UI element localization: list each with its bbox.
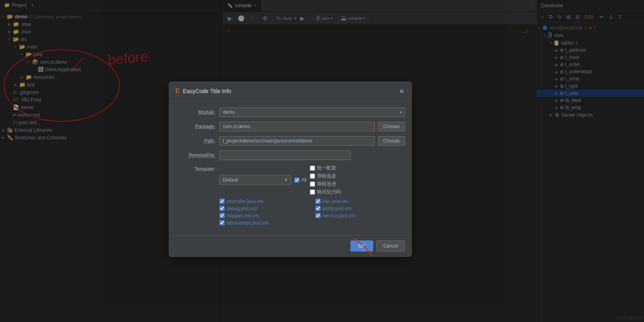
- module-control: demo ▾: [219, 107, 405, 117]
- all-checkbox-wrapper: All: [294, 177, 307, 183]
- modal-footer: OK Cancel: [169, 235, 411, 256]
- easycode-modal: E EasyCode Title Info ✕ Module: demo ▾: [169, 82, 412, 257]
- dialog-no-row: 弹框选否: [310, 181, 341, 187]
- serviceimpl-label: serviceImpl.java.vm: [227, 220, 268, 226]
- dialog-no-checkbox[interactable]: [310, 181, 315, 187]
- path-choose-btn[interactable]: Choose: [378, 136, 405, 146]
- debug-label: debug.json.vm: [227, 206, 258, 211]
- template-controls: Default All 统一配置: [219, 165, 405, 195]
- format-row: 格式化代码: [310, 189, 341, 195]
- template-row: Template: Default All: [176, 165, 405, 226]
- extra-checkboxes: 统一配置 弹框选是 弹框选否: [310, 165, 341, 195]
- template-file-controller: controller.java.vm: [219, 199, 309, 204]
- mapper-checkbox[interactable]: [219, 213, 225, 218]
- tongyi-row: 统一配置: [310, 165, 341, 172]
- controller-label: controller.java.vm: [227, 199, 264, 204]
- entity-checkbox[interactable]: [315, 206, 321, 211]
- path-control: Choose: [219, 136, 405, 146]
- package-label-text: Package:: [195, 124, 215, 129]
- module-select[interactable]: demo: [219, 107, 405, 117]
- template-files: controller.java.vm dao.java.vm debug.jso…: [219, 199, 405, 226]
- modal-body: Module: demo ▾ Package:: [169, 101, 411, 235]
- removepre-control: [219, 150, 405, 160]
- service-checkbox[interactable]: [315, 213, 321, 218]
- removepre-label-text: RemovePre:: [189, 152, 215, 158]
- path-label: Path:: [176, 138, 215, 144]
- tongyi-checkbox[interactable]: [310, 166, 315, 171]
- tongyi-label: 统一配置: [317, 165, 336, 172]
- template-default-wrapper: Default: [219, 175, 291, 185]
- modal-backdrop: E EasyCode Title Info ✕ Module: demo ▾: [0, 0, 644, 322]
- modal-title: EasyCode Title Info: [183, 88, 395, 94]
- template-file-debug: debug.json.vm: [219, 206, 309, 211]
- all-label: All: [301, 177, 307, 183]
- removepre-row: RemovePre:: [176, 150, 405, 160]
- entity-label: entity.java.vm: [323, 206, 351, 211]
- serviceimpl-checkbox[interactable]: [219, 220, 225, 225]
- package-label: Package:: [176, 124, 215, 129]
- template-file-dao: dao.java.vm: [315, 199, 405, 204]
- removepre-input[interactable]: [219, 150, 351, 160]
- template-file-mapper: mapper.xml.vm: [219, 213, 309, 219]
- dialog-yes-label: 弹框选是: [317, 173, 336, 180]
- modal-icon: E: [176, 88, 180, 95]
- package-input[interactable]: [219, 122, 375, 131]
- template-file-service: service.java.vm: [315, 213, 405, 219]
- template-label: Template:: [176, 165, 215, 172]
- format-checkbox[interactable]: [310, 189, 315, 195]
- package-row: Package: Choose: [176, 122, 405, 131]
- dao-label: dao.java.vm: [323, 199, 348, 204]
- dialog-yes-checkbox[interactable]: [310, 174, 315, 179]
- module-label-text: Module:: [198, 109, 215, 115]
- ok-btn[interactable]: OK: [350, 240, 373, 252]
- module-row: Module: demo ▾: [176, 107, 405, 117]
- template-file-entity: entity.java.vm: [315, 206, 405, 211]
- package-control: Choose: [219, 122, 405, 131]
- template-content: Default All 统一配置: [219, 165, 405, 226]
- template-default-select[interactable]: Default: [219, 175, 291, 185]
- path-row: Path: Choose: [176, 136, 405, 146]
- removepre-label: RemovePre:: [176, 152, 215, 158]
- service-label: service.java.vm: [323, 213, 356, 219]
- path-label-text: Path:: [204, 138, 215, 144]
- mapper-label: mapper.xml.vm: [227, 213, 259, 219]
- dialog-yes-row: 弹框选是: [310, 173, 341, 180]
- dao-checkbox[interactable]: [315, 199, 321, 204]
- cancel-btn[interactable]: Cancel: [376, 240, 405, 252]
- dialog-no-label: 弹框选否: [317, 181, 336, 187]
- path-input[interactable]: [219, 136, 375, 146]
- modal-header: E EasyCode Title Info ✕: [169, 82, 411, 101]
- format-label: 格式化代码: [317, 189, 341, 195]
- all-checkbox[interactable]: [294, 178, 299, 183]
- template-file-serviceimpl: serviceImpl.java.vm: [219, 220, 309, 226]
- package-choose-btn[interactable]: Choose: [378, 122, 405, 131]
- debug-checkbox[interactable]: [219, 206, 225, 211]
- controller-checkbox[interactable]: [219, 199, 225, 204]
- modal-close-btn[interactable]: ✕: [398, 87, 405, 96]
- module-label: Module:: [176, 109, 215, 115]
